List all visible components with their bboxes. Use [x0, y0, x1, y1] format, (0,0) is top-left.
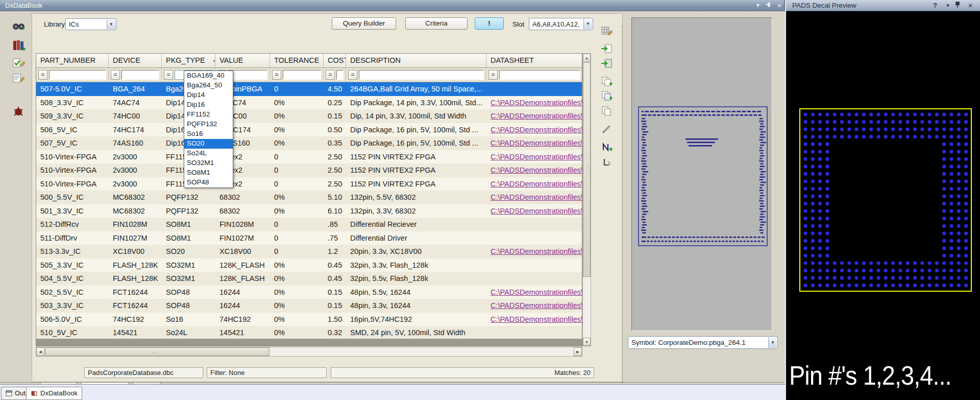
table-row[interactable]: 512-DiffRcv FIN1028M SO8M1 FIN1028M 0 .8… — [36, 218, 582, 231]
cell-datasheet-link[interactable]: C:\PADSDemonstrationfiles\ — [486, 313, 583, 326]
dxdatabook-titlebar[interactable]: DxDataBook ▼ ✕ — [0, 0, 784, 11]
verify-part-icon[interactable] — [11, 57, 28, 69]
filter-input[interactable] — [283, 70, 321, 80]
copy-symbol-icon[interactable] — [600, 76, 616, 90]
dxdatabook-tab[interactable]: DxDataBook — [26, 387, 82, 400]
table-row[interactable]: 505_3.3V_IC FLASH_128K SO32M1 128K_FLASH… — [36, 258, 582, 272]
filter-operator-button[interactable]: = — [326, 70, 335, 80]
filter-input[interactable] — [121, 70, 159, 80]
grid-column-header[interactable]: PKG_TYPE▲ — [162, 54, 215, 67]
window-pin-icon[interactable] — [765, 2, 774, 10]
filter-operator-button[interactable]: = — [38, 70, 47, 80]
filter-input[interactable] — [228, 70, 267, 80]
table-row[interactable]: 510-Virtex-FPGA 2v3000 FF1152 Virtex2 0 … — [36, 150, 582, 164]
query-builder-button[interactable]: Query Builder — [332, 17, 396, 30]
filter-operator-button[interactable]: = — [111, 70, 120, 80]
cell-datasheet-link[interactable]: C:\PADSDemonstrationfiles\ — [486, 96, 583, 110]
dropdown-item[interactable]: So16 — [184, 129, 233, 139]
copy-decal-icon[interactable] — [600, 90, 616, 104]
scroll-up-icon[interactable]: ▲ — [583, 54, 591, 62]
grid-column-header[interactable]: VALUE▲ — [215, 54, 270, 67]
filter-input[interactable] — [49, 70, 106, 80]
cell-datasheet-link[interactable]: C:\PADSDemonstrationfiles\ — [486, 299, 583, 313]
table-row[interactable]: 504_5.5V_IC FLASH_128K SO32M1 128K_FLASH… — [36, 272, 582, 286]
dropdown-item[interactable]: BGA169_40 — [184, 71, 233, 81]
scroll-down-icon[interactable]: ▼ — [583, 338, 591, 346]
rotate-l-icon[interactable] — [600, 156, 616, 171]
run-query-button[interactable]: ! — [475, 17, 504, 30]
edit-pencil-icon[interactable] — [600, 123, 616, 137]
help-icon[interactable]: ? — [930, 2, 940, 10]
vertical-scrollbar[interactable]: ▲ ⋮ ▼ — [582, 53, 591, 346]
cell-datasheet-link[interactable] — [486, 82, 583, 96]
dropdown-item[interactable]: So24L — [184, 149, 233, 158]
table-row[interactable]: 506-5.0V_IC 74HC192 So16 74HC192 0% 1.50… — [36, 313, 582, 326]
scroll-right-icon[interactable]: ▶ — [574, 347, 582, 356]
vertical-scroll-thumb[interactable]: ⋮ — [583, 62, 591, 277]
symbol-combo-arrow-icon[interactable]: ▼ — [768, 337, 777, 348]
cell-datasheet-link[interactable]: C:\PADSDemonstrationfiles\ — [486, 286, 583, 299]
cell-datasheet-link[interactable]: C:\PADSDemonstrationfiles\ — [486, 136, 583, 150]
filter-input[interactable] — [499, 70, 580, 80]
grid-column-header[interactable]: DEVICE▲ — [109, 54, 162, 67]
horizontal-scroll-thumb[interactable]: ⋯ — [45, 347, 270, 356]
cell-datasheet-link[interactable]: C:\PADSDemonstrationfiles\ — [486, 109, 583, 123]
find-parts-icon[interactable] — [11, 20, 28, 35]
criteria-button[interactable]: Criteria — [405, 17, 468, 30]
decal-editor-icon[interactable] — [600, 25, 616, 39]
table-row[interactable]: 510_5V_IC 145421 So24L 145421 0% 0.32 SM… — [36, 326, 582, 340]
normalize-icon[interactable] — [600, 141, 616, 155]
panel-pin-icon[interactable] — [954, 2, 964, 10]
window-close-icon[interactable]: ✕ — [775, 2, 784, 10]
place-pcb-decal-icon[interactable] — [600, 58, 616, 72]
panel-close-icon[interactable]: ✕ — [966, 2, 975, 10]
dropdown-item[interactable]: PQFP132 — [184, 120, 233, 129]
cell-datasheet-link[interactable]: C:\PADSDemonstrationfiles\ — [486, 177, 583, 191]
cell-datasheet-link[interactable]: C:\PADSDemonstrationfiles\ — [486, 150, 583, 164]
cell-datasheet-link[interactable]: C:\PADSDemonstrationfiles\ — [486, 245, 583, 258]
symbol-combobox[interactable]: Symbol: CorporateDemo:pbga_264.1 ▼ — [628, 336, 778, 349]
cell-datasheet-link[interactable] — [486, 326, 583, 340]
filter-operator-button[interactable]: = — [164, 70, 173, 80]
cell-datasheet-link[interactable] — [486, 272, 583, 286]
filter-operator-button[interactable]: = — [488, 70, 498, 80]
grid-column-header[interactable]: PART_NUMBER▲ — [36, 54, 109, 67]
slot-combobox[interactable]: A6,A8,A10,A12, ▼ — [529, 18, 593, 30]
slot-combo-arrow-icon[interactable]: ▼ — [583, 19, 592, 29]
table-row[interactable]: 508_3.3V_IC 74AC74 Dip14 74AC74 0% 0.25 … — [36, 96, 582, 110]
cell-datasheet-link[interactable]: C:\PADSDemonstrationfiles\ — [486, 123, 583, 137]
table-row[interactable]: 503_3.3V_IC FCT16244 SOP48 16244 0% 0.15… — [36, 299, 582, 313]
dropdown-item[interactable]: SO32M1 — [184, 158, 233, 168]
panel-menu-arrow-icon[interactable]: ▼ — [943, 2, 952, 10]
dropdown-item[interactable]: FF1152 — [184, 110, 233, 120]
filter-input[interactable] — [336, 70, 344, 80]
table-row[interactable]: 510-Virtex-FPGA 2v3000 FF1152 Virtex2 0 … — [36, 163, 582, 177]
cell-datasheet-link[interactable] — [486, 218, 583, 231]
error-check-icon[interactable] — [11, 105, 28, 120]
table-row[interactable]: 502_5.5V_IC FCT16244 SOP48 16244 0% 0.15… — [36, 286, 582, 299]
table-row[interactable]: 509_3.3V_IC 74HC00 Dip14 74HC00 0% 0.15 … — [36, 109, 582, 123]
place-symbol-icon[interactable] — [600, 43, 616, 57]
dropdown-item[interactable]: Bga264_50 — [184, 81, 233, 90]
cell-datasheet-link[interactable]: C:\PADSDemonstrationfiles\ — [486, 204, 583, 218]
filter-operator-button[interactable]: = — [272, 70, 281, 80]
dropdown-item[interactable]: SO20 — [184, 139, 233, 149]
horizontal-scrollbar[interactable]: ◀ ⋯ ▶ — [36, 347, 582, 357]
dropdown-item[interactable]: Dip14 — [184, 90, 233, 100]
table-row[interactable]: 513-3.3v_IC XC18V00 SO20 XC18V00 0 1.2 2… — [36, 245, 582, 258]
table-row[interactable]: 500_5.5V_IC MC68302 PQFP132 68302 0% 5.1… — [36, 191, 582, 204]
duplicate-part-icon[interactable] — [600, 105, 616, 120]
dropdown-item[interactable]: SOP48 — [184, 178, 233, 187]
cell-datasheet-link[interactable]: C:\PADSDemonstrationfiles\ — [486, 191, 583, 204]
library-combo-arrow-icon[interactable]: ▼ — [107, 19, 115, 29]
cell-datasheet-link[interactable]: C:\PADSDemonstrationfiles\ — [486, 163, 583, 177]
dropdown-item[interactable]: Dip16 — [184, 100, 233, 110]
grid-column-header[interactable]: TOLERANCE▲ — [270, 54, 324, 67]
library-combobox[interactable]: ICs ▼ — [65, 18, 116, 30]
grid-column-header[interactable]: DESCRIPTION▲ — [346, 54, 486, 67]
table-row[interactable]: 507_5V_IC 74AS160 Dip16 74AS160 0% 0.35 … — [36, 136, 582, 150]
filter-input[interactable] — [359, 70, 484, 80]
panel-splitter[interactable] — [622, 26, 623, 383]
add-library-icon[interactable] — [11, 39, 28, 53]
decal-preview-titlebar[interactable]: PADS Decal Preview ? ▼ ✕ — [786, 0, 980, 11]
